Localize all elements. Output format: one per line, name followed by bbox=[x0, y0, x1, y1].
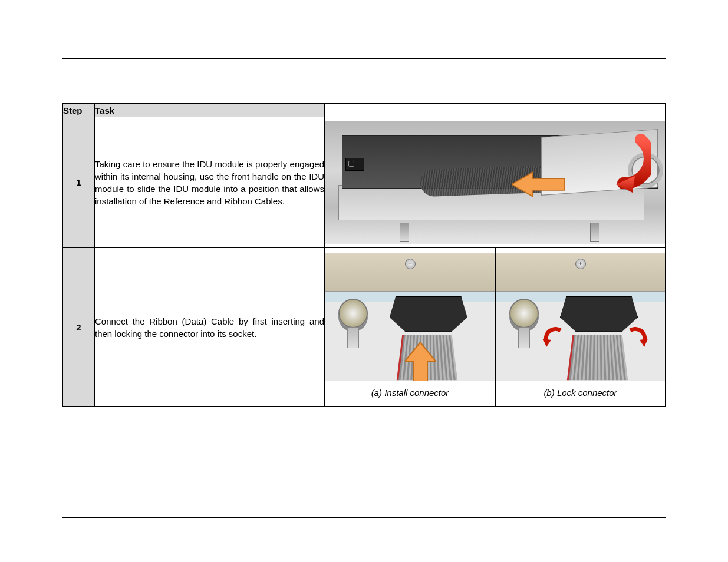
col-header-step: Step bbox=[63, 104, 95, 117]
col-header-blank bbox=[325, 104, 666, 117]
coax-connector bbox=[338, 299, 368, 328]
mounting-bolt bbox=[590, 223, 599, 242]
document-page: Step Task 1 Taking care to ensure the ID… bbox=[0, 0, 728, 562]
step-number: 2 bbox=[63, 248, 95, 407]
screw-icon bbox=[575, 259, 586, 269]
footer-rule bbox=[62, 517, 666, 518]
task-text: Connect the Ribbon (Data) Cable by first… bbox=[95, 248, 325, 407]
svg-marker-3 bbox=[543, 339, 551, 347]
power-switch bbox=[345, 158, 364, 171]
steps-table: Step Task 1 Taking care to ensure the ID… bbox=[62, 103, 666, 407]
caption-b: (b) Lock connector bbox=[496, 385, 665, 402]
table-row: 2 Connect the Ribbon (Data) Cable by fir… bbox=[63, 248, 666, 407]
task-text: Taking care to ensure the IDU module is … bbox=[95, 117, 325, 248]
table-row: 1 Taking care to ensure the IDU module i… bbox=[63, 117, 666, 248]
step1-photo-cell bbox=[325, 117, 666, 248]
ribbon-cable bbox=[567, 335, 628, 380]
step1-device-image bbox=[325, 121, 665, 244]
ribbon-socket bbox=[390, 296, 467, 332]
svg-marker-4 bbox=[640, 339, 648, 347]
step-number: 1 bbox=[63, 117, 95, 248]
red-lock-arrow-icon bbox=[543, 327, 564, 348]
caption-a: (a) Install connector bbox=[325, 385, 495, 402]
step2a-photo-cell: (a) Install connector bbox=[325, 248, 496, 407]
step2b-lock-image bbox=[496, 253, 665, 381]
col-header-task: Task bbox=[95, 104, 325, 117]
coax-connector bbox=[509, 299, 539, 328]
red-lock-arrow-icon bbox=[627, 327, 648, 348]
handle-ring bbox=[628, 153, 663, 188]
ribbon-socket bbox=[560, 296, 638, 332]
mounting-bolt bbox=[400, 223, 409, 242]
table-header-row: Step Task bbox=[63, 104, 666, 117]
header-rule bbox=[62, 58, 666, 59]
content-area: Step Task 1 Taking care to ensure the ID… bbox=[62, 103, 666, 407]
step2b-photo-cell: (b) Lock connector bbox=[496, 248, 666, 407]
screw-icon bbox=[405, 259, 416, 269]
step2a-install-image bbox=[325, 253, 495, 381]
ribbon-cable bbox=[397, 335, 457, 380]
